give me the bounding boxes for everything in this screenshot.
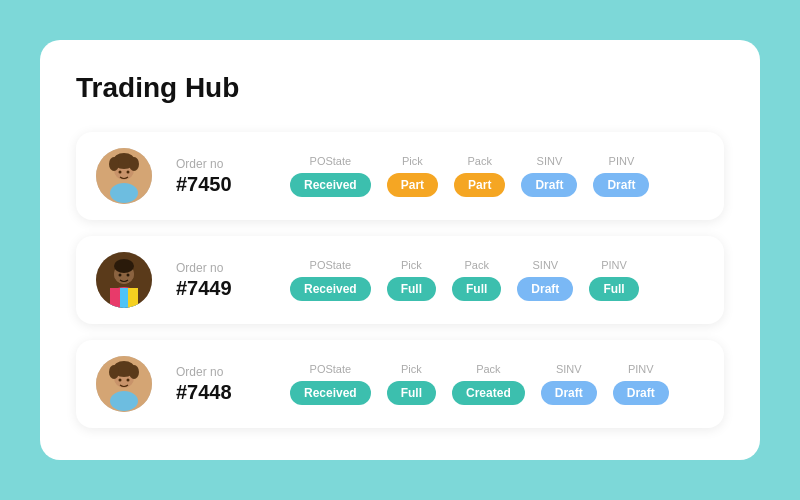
svg-rect-13 <box>128 288 138 308</box>
svg-point-23 <box>129 365 139 379</box>
badge-group-pack-2: Pack Full <box>452 259 501 301</box>
badge-group-sinv-1: SINV Draft <box>521 155 577 197</box>
pack-label-1: Pack <box>467 155 491 167</box>
order-row-2[interactable]: Order no #7449 POState Received Pick Ful… <box>76 236 724 324</box>
postate-badge-2: Received <box>290 277 371 301</box>
pinv-label-1: PINV <box>609 155 635 167</box>
sinv-label-2: SINV <box>533 259 559 271</box>
badges-2: POState Received Pick Full Pack Full SIN… <box>290 259 704 301</box>
postate-badge-1: Received <box>290 173 371 197</box>
order-label-3: Order no <box>176 365 266 379</box>
pinv-badge-3: Draft <box>613 381 669 405</box>
badge-group-sinv-3: SINV Draft <box>541 363 597 405</box>
pinv-label-3: PINV <box>628 363 654 375</box>
pack-badge-3: Created <box>452 381 525 405</box>
sinv-label-1: SINV <box>537 155 563 167</box>
pack-label-3: Pack <box>476 363 500 375</box>
badge-group-sinv-2: SINV Draft <box>517 259 573 301</box>
badge-group-pack-3: Pack Created <box>452 363 525 405</box>
sinv-badge-1: Draft <box>521 173 577 197</box>
order-label-1: Order no <box>176 157 266 171</box>
main-card: Trading Hub Order no #7450 POState <box>40 40 760 460</box>
svg-point-17 <box>114 259 134 273</box>
order-info-3: Order no #7448 <box>176 365 266 404</box>
avatar-1 <box>96 148 152 204</box>
page-title: Trading Hub <box>76 72 724 104</box>
pack-badge-2: Full <box>452 277 501 301</box>
svg-point-24 <box>119 379 122 382</box>
svg-point-5 <box>129 157 139 171</box>
svg-point-2 <box>110 183 138 203</box>
pick-badge-1: Part <box>387 173 438 197</box>
sinv-badge-2: Draft <box>517 277 573 301</box>
badge-group-postate-3: POState Received <box>290 363 371 405</box>
pinv-label-2: PINV <box>601 259 627 271</box>
badge-group-pinv-3: PINV Draft <box>613 363 669 405</box>
pick-label-1: Pick <box>402 155 423 167</box>
svg-point-4 <box>109 157 119 171</box>
order-info-2: Order no #7449 <box>176 261 266 300</box>
svg-point-25 <box>127 379 130 382</box>
order-row-3[interactable]: Order no #7448 POState Received Pick Ful… <box>76 340 724 428</box>
order-row-1[interactable]: Order no #7450 POState Received Pick Par… <box>76 132 724 220</box>
badges-1: POState Received Pick Part Pack Part SIN… <box>290 155 704 197</box>
badges-3: POState Received Pick Full Pack Created … <box>290 363 704 405</box>
badge-group-pick-3: Pick Full <box>387 363 436 405</box>
pinv-badge-1: Draft <box>593 173 649 197</box>
badge-group-postate-2: POState Received <box>290 259 371 301</box>
pack-badge-1: Part <box>454 173 505 197</box>
order-label-2: Order no <box>176 261 266 275</box>
badge-group-pick-1: Pick Part <box>387 155 438 197</box>
order-number-2: #7449 <box>176 277 266 300</box>
pick-label-3: Pick <box>401 363 422 375</box>
svg-point-20 <box>110 391 138 411</box>
badge-group-pack-1: Pack Part <box>454 155 505 197</box>
avatar-3 <box>96 356 152 412</box>
order-info-1: Order no #7450 <box>176 157 266 196</box>
order-number-3: #7448 <box>176 381 266 404</box>
svg-rect-12 <box>110 288 120 308</box>
sinv-label-3: SINV <box>556 363 582 375</box>
avatar-2 <box>96 252 152 308</box>
sinv-badge-3: Draft <box>541 381 597 405</box>
order-number-1: #7450 <box>176 173 266 196</box>
badge-group-pinv-1: PINV Draft <box>593 155 649 197</box>
badge-group-pick-2: Pick Full <box>387 259 436 301</box>
svg-point-22 <box>109 365 119 379</box>
pinv-badge-2: Full <box>589 277 638 301</box>
pick-badge-3: Full <box>387 381 436 405</box>
postate-label-2: POState <box>310 259 352 271</box>
svg-point-15 <box>119 274 122 277</box>
svg-point-16 <box>127 274 130 277</box>
postate-badge-3: Received <box>290 381 371 405</box>
badge-group-postate-1: POState Received <box>290 155 371 197</box>
pack-label-2: Pack <box>464 259 488 271</box>
svg-point-6 <box>119 171 122 174</box>
postate-label-3: POState <box>310 363 352 375</box>
badge-group-pinv-2: PINV Full <box>589 259 638 301</box>
pick-badge-2: Full <box>387 277 436 301</box>
pick-label-2: Pick <box>401 259 422 271</box>
svg-point-7 <box>127 171 130 174</box>
postate-label-1: POState <box>310 155 352 167</box>
